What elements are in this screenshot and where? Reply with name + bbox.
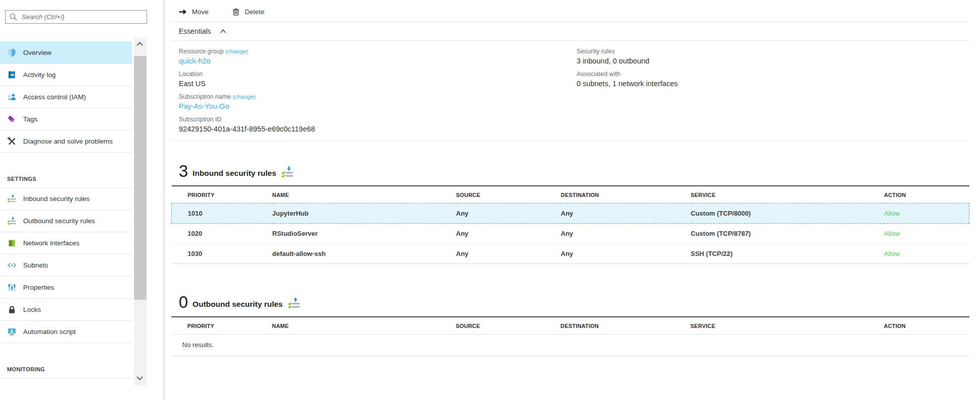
cell-service: Custom (TCP/8787) [691,224,884,244]
inbound-rules-icon [7,194,17,204]
col-service: SERVICE [690,317,884,335]
sidebar-item-label: Activity log [23,71,56,79]
inbound-rules-table: PRIORITY NAME SOURCE DESTINATION SERVICE… [171,185,969,264]
outbound-table-header: PRIORITY NAME SOURCE DESTINATION SERVICE… [171,317,969,335]
move-button-label: Move [192,8,208,16]
outbound-rules-icon [7,216,17,226]
inbound-rules-section: 3 Inbound security rules PRIORITY NAME [171,163,969,264]
tag-icon [7,114,17,124]
delete-button-label: Delete [245,8,264,16]
col-destination: DESTINATION [561,186,691,204]
table-row-rstudioserver[interactable]: 1020 RStudioServer Any Any Custom (TCP/8… [172,224,969,244]
sidebar-search [5,10,147,24]
sidebar-item-locks[interactable]: Locks [0,299,132,321]
move-arrow-icon [179,8,187,16]
resource-group-field: Resource group (change) quick-h2o [179,47,577,66]
scrollbar-thumb[interactable] [134,56,147,300]
collapse-chevron-icon[interactable] [220,28,227,34]
sidebar-item-tags[interactable]: Tags [0,108,132,130]
subscription-name-field: Subscription name (change) Pay-As-You-Go [179,93,577,112]
location-field: Location East US [179,70,577,89]
cell-destination: Any [561,224,691,244]
subscription-change-link[interactable]: (change) [233,94,255,100]
subscription-name-value[interactable]: Pay-As-You-Go [179,101,577,112]
sidebar-item-diagnose[interactable]: Diagnose and solve problems [0,130,132,153]
cell-service: Custom (TCP/8000) [691,204,884,224]
col-source: SOURCE [456,317,561,335]
essentials-left-column: Resource group (change) quick-h2o Locati… [179,47,577,135]
book-icon [7,70,17,80]
cell-priority: 1010 [172,204,272,224]
azure-nsg-overview-page: Overview Activity log Access control (IA… [0,0,980,400]
essentials-title: Essentials [179,27,211,35]
sidebar-item-network-interfaces[interactable]: Network interfaces [0,232,132,254]
security-rules-label: Security rules [577,47,678,56]
resource-group-label: Resource group [179,48,224,55]
sidebar: Overview Activity log Access control (IA… [0,0,164,400]
cell-source: Any [456,204,561,224]
table-row-default-allow-ssh[interactable]: 1030 default-allow-ssh Any Any SSH (TCP/… [172,244,969,264]
outbound-title-text: Outbound security rules [192,300,283,310]
col-service: SERVICE [691,186,884,204]
command-bar: Move Delete [171,0,969,22]
scrollbar-up-button[interactable] [134,38,147,51]
search-icon [9,13,18,21]
cell-service: SSH (TCP/22) [691,244,884,264]
table-row-jupyterhub[interactable]: 1010 JupyterHub Any Any Custom (TCP/8000… [172,204,969,224]
move-button[interactable]: Move [179,8,208,16]
sidebar-item-label: Overview [23,49,51,56]
trash-icon [232,8,240,16]
outbound-rules-section: 0 Outbound security rules PRIORITY NAME [171,294,969,356]
subnet-icon [7,260,17,270]
sidebar-item-label: Tags [23,115,38,123]
network-interface-icon [7,238,17,248]
cell-source: Any [456,244,561,264]
subscription-name-label: Subscription name [179,93,231,100]
essentials-panel: Resource group (change) quick-h2o Locati… [171,41,969,141]
main-content: Move Delete Essentials [164,0,980,400]
outbound-count: 0 [179,294,188,310]
delete-button[interactable]: Delete [232,8,264,16]
outbound-rules-title: 0 Outbound security rules [171,294,969,310]
resource-group-value[interactable]: quick-h2o [179,56,577,66]
sidebar-item-label: Inbound security rules [23,195,90,203]
col-priority: PRIORITY [171,317,272,335]
search-input[interactable] [5,10,147,24]
sidebar-item-label: Outbound security rules [23,217,95,225]
cell-name: RStudioServer [272,224,456,244]
automation-script-icon [7,327,17,337]
shield-icon [7,48,17,57]
cell-action: Allow [884,224,969,244]
people-icon [7,92,17,102]
scrollbar-down-button[interactable] [134,372,147,385]
lock-icon [7,305,17,314]
resource-group-change-link[interactable]: (change) [225,48,248,54]
essentials-header: Essentials [171,22,969,40]
sidebar-item-label: Locks [23,306,41,313]
sidebar-item-automation-script[interactable]: Automation script [0,321,132,343]
sidebar-item-overview[interactable]: Overview [0,42,132,64]
sidebar-item-properties[interactable]: Properties [0,277,132,299]
associated-with-field: Associated with 0 subnets, 1 network int… [577,70,678,89]
col-name: NAME [272,186,456,204]
sidebar-section-monitoring: MONITORING [0,343,132,378]
sidebar-item-subnets[interactable]: Subnets [0,254,132,277]
sidebar-item-label: Network interfaces [23,239,80,247]
chevron-down-icon [136,374,143,380]
col-source: SOURCE [456,186,561,204]
sidebar-item-outbound-rules[interactable]: Outbound security rules [0,210,132,232]
location-label: Location [179,70,577,79]
cell-priority: 1030 [172,244,272,264]
cell-destination: Any [561,244,691,264]
sidebar-item-activity-log[interactable]: Activity log [0,64,132,86]
col-destination: DESTINATION [561,317,690,335]
security-rules-value: 3 inbound, 0 outbound [577,56,678,66]
associated-with-label: Associated with [577,70,678,79]
tools-icon [7,137,17,146]
sidebar-item-label: Access control (IAM) [23,93,86,101]
sidebar-item-inbound-rules[interactable]: Inbound security rules [0,188,132,210]
cell-destination: Any [561,204,691,224]
sidebar-item-access-control[interactable]: Access control (IAM) [0,86,132,108]
outbound-rules-icon [288,297,301,310]
col-priority: PRIORITY [172,186,272,204]
